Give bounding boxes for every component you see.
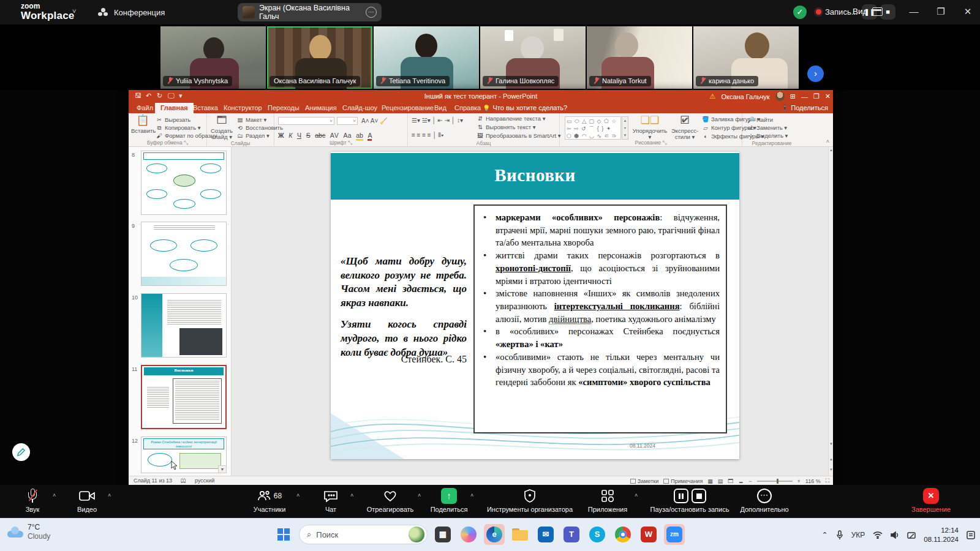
volume-icon[interactable] <box>891 531 899 539</box>
slide-thumbnail-12[interactable]: Роман Стейнбека і кодекс інтерпретації і… <box>141 437 227 473</box>
scroll-down-button[interactable]: ▼ <box>829 441 834 447</box>
pen-input-icon[interactable] <box>907 531 916 539</box>
slide-thumbnail-10[interactable] <box>141 293 227 358</box>
find-button[interactable]: 🔎Найти <box>747 116 773 123</box>
tray-mic-icon[interactable] <box>836 530 843 540</box>
tray-overflow-chevron[interactable]: ⌃ <box>822 531 828 539</box>
thumbnail-scroll-down-button[interactable]: ▼ <box>218 465 227 473</box>
notification-center-icon[interactable] <box>967 531 975 539</box>
taskbar-search-box[interactable]: ⌕ Поиск <box>299 525 428 544</box>
share-options-chevron[interactable]: ˄ <box>470 492 473 498</box>
taskbar-outlook-app[interactable]: ✉ <box>535 524 556 545</box>
quick-styles-button[interactable]: 🗹Экспресс-стили ▾ <box>669 115 701 141</box>
wifi-icon[interactable] <box>873 531 883 539</box>
taskbar-weather-widget[interactable]: 7°CCloudy <box>7 523 50 541</box>
shapes-gallery[interactable]: ▭ ⬭ △ ▢ ◇ ⬠ ☆⇦ ⇨ ↺ ⌒ { } ✦⬡ ⬢ ◠ ◡ ∿ ⊂ ⊃ <box>565 116 621 140</box>
apps-options-chevron[interactable]: ˄ <box>635 492 638 498</box>
slide-thumbnail-9[interactable] <box>141 222 227 286</box>
dialog-launcher-icon[interactable]: ⤡ <box>348 140 352 146</box>
tell-me-box[interactable]: 💡Что вы хотите сделать? <box>483 103 567 113</box>
start-button[interactable] <box>273 524 294 545</box>
tab-meeting[interactable]: Конференция <box>98 4 165 21</box>
slide-scrollbar[interactable]: ▲ ▼ ▲ ▼ <box>828 147 833 476</box>
participants-options-chevron[interactable]: ˄ <box>296 492 300 498</box>
current-slide[interactable]: Висновки «Щоб мати добру душу, великого … <box>331 152 739 459</box>
taskbar-copilot-app[interactable] <box>458 524 479 545</box>
pause-stop-recording-button[interactable]: Пауза/остановить запись <box>641 488 739 513</box>
apps-button[interactable]: Приложения <box>582 488 633 513</box>
font-name-combobox[interactable] <box>278 117 334 125</box>
video-tile[interactable]: карина данько <box>693 26 799 89</box>
layout-button[interactable]: ▤Макет ▾ <box>236 116 266 123</box>
tab-animations[interactable]: Анимация <box>300 103 342 113</box>
language-switcher[interactable]: УКР <box>851 531 865 539</box>
taskbar-edge-app-active[interactable]: e <box>484 524 505 545</box>
participants-button[interactable]: 68 Участники <box>245 488 294 513</box>
gallery-view-icon[interactable] <box>872 7 883 16</box>
restore-button[interactable]: ❐ <box>932 6 949 17</box>
character-spacing-button[interactable]: АV <box>330 132 339 139</box>
notes-button[interactable]: Заметки <box>630 478 658 484</box>
search-daily-image[interactable] <box>409 527 424 542</box>
fit-to-window-icon[interactable]: ⛶ <box>826 478 829 484</box>
account-avatar[interactable] <box>775 92 785 101</box>
video-button[interactable]: Видео <box>69 488 105 513</box>
underline-button[interactable]: Ч <box>297 132 301 139</box>
tray-clock[interactable]: 12:14 08.11.2024 <box>924 526 959 544</box>
view-button[interactable]: Вид <box>853 7 867 16</box>
font-size-combobox[interactable] <box>337 117 358 125</box>
strikethrough-button[interactable]: S <box>306 132 311 139</box>
slide-sorter-view-button[interactable]: ▤ <box>718 478 723 484</box>
tab-help[interactable]: Справка <box>449 103 486 113</box>
react-options-chevron[interactable]: ˄ <box>418 492 421 498</box>
ppt-restore-button[interactable]: ❐ <box>813 92 820 100</box>
conclusions-textbox[interactable]: маркерами «особливих» персонажів: відчуж… <box>473 204 727 433</box>
zoom-in-button[interactable]: + <box>797 478 801 484</box>
chevron-down-icon[interactable]: ˅ <box>72 7 76 15</box>
scroll-up-button[interactable]: ▲ <box>829 147 834 153</box>
audio-options-chevron[interactable]: ˄ <box>53 492 56 498</box>
quote-textbox[interactable]: «Щоб мати добру душу, великого розуму не… <box>341 255 467 359</box>
arrange-button[interactable]: ❏❏Упорядочить ▾ <box>631 115 669 141</box>
zoom-out-button[interactable]: − <box>748 478 752 484</box>
taskbar-wordwall-app[interactable]: W <box>638 524 659 545</box>
new-slide-button[interactable]: 🗔Создать слайд ▾ <box>208 115 235 141</box>
annotation-pencil-button[interactable] <box>12 443 30 461</box>
spellcheck-icon[interactable]: 🕮 <box>181 478 186 484</box>
change-case-button[interactable]: Аа <box>344 132 352 139</box>
video-tile-active-speaker[interactable]: Оксана Василівна Гальчук <box>267 26 372 89</box>
normal-view-button[interactable]: ▦ <box>707 478 713 484</box>
taskbar-teams-app[interactable]: T <box>561 524 582 545</box>
replace-button[interactable]: abЗаменить ▾ <box>747 124 787 131</box>
dialog-launcher-icon[interactable]: ⤡ <box>663 140 667 146</box>
dialog-launcher-icon[interactable]: ⤡ <box>184 140 188 146</box>
host-tools-button[interactable]: Инструменты организатора <box>484 488 576 513</box>
text-direction-button[interactable]: ⇵Направление текста ▾ <box>477 115 545 122</box>
shapes-gallery-scroll[interactable]: ▲▾▼ <box>622 116 628 140</box>
italic-button[interactable]: К <box>288 132 292 139</box>
zoom-percentage[interactable]: 116 % <box>805 478 821 484</box>
slideshow-view-button[interactable]: 🗕 <box>738 478 744 484</box>
tab-shared-screen[interactable]: Экран (Оксана Василівна Гальч ⋯ <box>238 3 382 21</box>
video-tile[interactable]: Галина Шовкопляс <box>480 26 586 89</box>
taskbar-chrome-app[interactable] <box>612 524 633 545</box>
comments-button[interactable]: Примечания <box>663 478 703 484</box>
reading-view-button[interactable]: 🗖 <box>728 478 733 484</box>
more-options-icon[interactable]: ⋯ <box>366 7 377 18</box>
tab-transitions[interactable]: Переходы <box>262 103 305 113</box>
account-name[interactable]: Оксана Гальчук <box>721 93 769 100</box>
taskbar-skype-app[interactable]: S <box>587 524 608 545</box>
clear-formatting-icon[interactable]: 🧹 <box>380 118 387 124</box>
close-button[interactable]: ✕ <box>959 6 976 17</box>
list-buttons[interactable]: ☰▾ ☱▾ │ ⇤ ⇥ │ ↕▾ <box>412 117 463 124</box>
select-button[interactable]: ⊹Выделить ▾ <box>747 132 788 139</box>
security-shield-icon[interactable]: ✓ <box>793 6 807 19</box>
zoom-slider[interactable] <box>757 481 793 482</box>
tab-design[interactable]: Конструктор <box>218 103 268 113</box>
ppt-share-button[interactable]: 🕴 Поделиться <box>780 103 828 113</box>
share-screen-button[interactable]: ↑ Поделиться <box>429 488 469 513</box>
pause-icon[interactable] <box>674 489 688 503</box>
language-indicator[interactable]: русский <box>195 478 214 484</box>
subscript-button[interactable]: abc <box>315 132 325 139</box>
bold-button[interactable]: Ж <box>278 132 284 139</box>
